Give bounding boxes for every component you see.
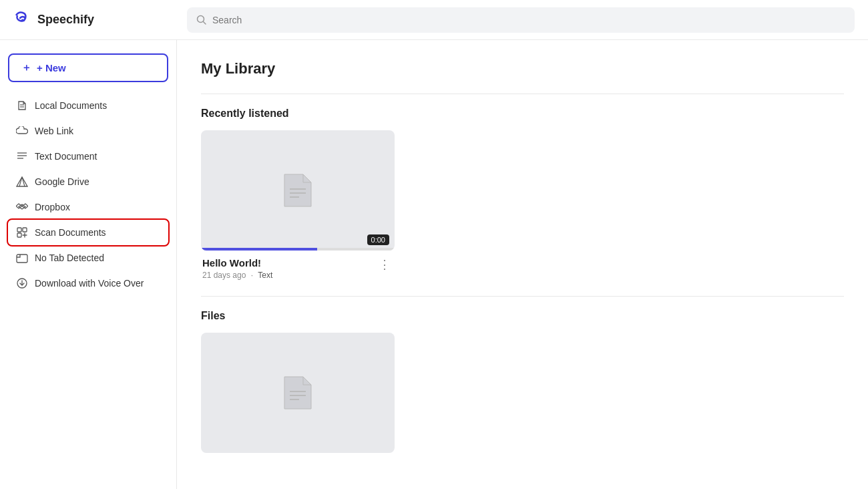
dropbox-icon xyxy=(16,201,28,213)
svg-rect-16 xyxy=(17,255,27,263)
sidebar-item-google-drive-label: Google Drive xyxy=(35,176,89,187)
search-input[interactable] xyxy=(212,15,845,25)
files-divider xyxy=(201,296,844,297)
speechify-logo-icon xyxy=(13,9,32,31)
card-hello-world[interactable]: 0:00 Hello World! 21 days ago · Text xyxy=(201,130,395,283)
cloud-icon xyxy=(16,125,28,137)
logo-area: Speechify xyxy=(13,9,187,31)
card-meta: 21 days ago · Text xyxy=(202,271,272,280)
sidebar-item-web-link-label: Web Link xyxy=(35,126,73,136)
sidebar-item-local-documents-label: Local Documents xyxy=(35,100,107,111)
plus-icon: ＋ xyxy=(21,61,31,74)
scan-icon xyxy=(16,226,28,238)
sidebar-item-google-drive[interactable]: Google Drive xyxy=(8,169,168,194)
card-files-item[interactable] xyxy=(201,333,395,453)
divider xyxy=(201,94,844,94)
tab-icon xyxy=(16,252,28,264)
text-icon xyxy=(16,150,28,162)
sidebar-item-scan-documents-label: Scan Documents xyxy=(35,227,106,238)
files-section-title: Files xyxy=(201,310,844,322)
new-button-label: + New xyxy=(37,62,66,73)
svg-rect-13 xyxy=(17,228,21,232)
logo-text: Speechify xyxy=(37,13,94,27)
sidebar-item-download-voice-over[interactable]: Download with Voice Over xyxy=(8,271,168,296)
new-button[interactable]: ＋ + New xyxy=(8,53,168,82)
time-badge: 0:00 xyxy=(367,234,389,245)
svg-marker-10 xyxy=(19,204,25,209)
sidebar-item-dropbox-label: Dropbox xyxy=(35,202,70,212)
card-title: Hello World! xyxy=(202,257,272,269)
files-doc-placeholder-icon xyxy=(282,374,314,412)
sidebar-item-scan-documents[interactable]: Scan Documents xyxy=(8,220,168,245)
sidebar-item-text-document[interactable]: Text Document xyxy=(8,144,168,169)
files-section: Files xyxy=(201,310,844,453)
search-icon xyxy=(196,15,207,25)
recently-listened-grid: 0:00 Hello World! 21 days ago · Text xyxy=(201,130,844,283)
sidebar-item-no-tab-detected[interactable]: No Tab Detected xyxy=(8,245,168,271)
card-info: Hello World! 21 days ago · Text ⋮ xyxy=(201,251,395,283)
sidebar-item-download-voice-over-label: Download with Voice Over xyxy=(35,278,144,289)
doc-placeholder-icon xyxy=(282,172,314,209)
drive-icon xyxy=(16,176,28,188)
sidebar-item-local-documents[interactable]: Local Documents xyxy=(8,93,168,118)
progress-bar-fill xyxy=(201,248,317,251)
recently-listened-section-title: Recently listened xyxy=(201,108,844,120)
sidebar-item-text-document-label: Text Document xyxy=(35,151,97,162)
progress-bar xyxy=(201,248,395,251)
body: ＋ + New Local Documents Web Lin xyxy=(0,40,868,489)
sidebar-item-no-tab-detected-label: No Tab Detected xyxy=(35,253,104,263)
card-meta-time: 21 days ago xyxy=(202,271,246,280)
sidebar-item-dropbox[interactable]: Dropbox xyxy=(8,194,168,220)
card-thumbnail: 0:00 xyxy=(201,130,395,251)
svg-rect-14 xyxy=(23,228,27,232)
files-card-thumbnail xyxy=(201,333,395,453)
header: Speechify xyxy=(0,0,868,40)
svg-rect-15 xyxy=(17,233,21,237)
sidebar-item-web-link[interactable]: Web Link xyxy=(8,118,168,144)
card-meta-dot: · xyxy=(251,271,253,280)
file-icon xyxy=(16,100,28,112)
page-title: My Library xyxy=(201,60,844,77)
svg-marker-7 xyxy=(17,177,27,186)
main-content: My Library Recently listened 0:00 xyxy=(177,40,868,489)
search-bar[interactable] xyxy=(187,7,855,33)
card-details: Hello World! 21 days ago · Text xyxy=(202,257,272,280)
svg-line-1 xyxy=(204,21,206,24)
card-meta-tag: Text xyxy=(258,271,272,280)
files-grid xyxy=(201,333,844,453)
sidebar: ＋ + New Local Documents Web Lin xyxy=(0,40,177,489)
card-more-button[interactable]: ⋮ xyxy=(376,257,393,272)
download-icon xyxy=(16,277,28,289)
